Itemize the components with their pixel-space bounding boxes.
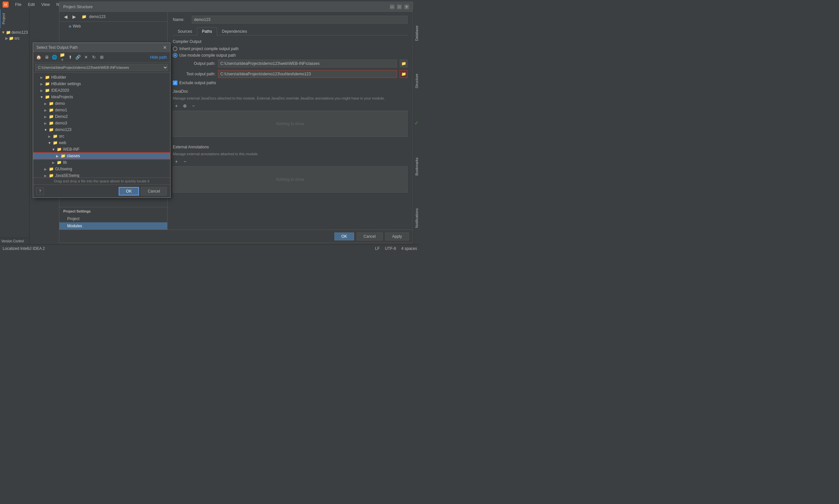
sp-expand-btn[interactable]: ⊞ (98, 54, 105, 61)
tree-item-web[interactable]: ◈ Web (59, 23, 167, 30)
output-path-browse-btn[interactable]: 📁 (400, 59, 408, 68)
structure-tab[interactable]: Structure (413, 71, 420, 91)
status-lf: LF (375, 246, 380, 251)
name-label: Name: (173, 17, 189, 22)
folder-icon-hbuilder-settings: 📁 (45, 82, 50, 86)
database-tab[interactable]: Database (413, 23, 420, 43)
javadoc-tools: + ⊕ − (173, 102, 408, 109)
status-encoding: UTF-8 (385, 246, 396, 251)
dialog-controls: — □ ✕ (390, 4, 409, 9)
ft-item-javaseswing[interactable]: ▶ 📁 JavaSESwing (33, 172, 170, 178)
ft-item-hbuilder-settings[interactable]: ▶ 📁 HBuilder settings (33, 80, 170, 87)
folder-icon-demo3: 📁 (49, 121, 54, 125)
status-text: Localized IntelliJ IDEA 2 (3, 246, 45, 251)
folder-icon-demo2: 📁 (49, 114, 54, 119)
ps-nav-bar: ◀ ▶ 📁 demo123 (59, 12, 167, 22)
ext-annotations-title: External Annotations (173, 145, 408, 149)
ft-item-webinf[interactable]: ▼ 📁 WEB-INF (33, 146, 170, 152)
sp-action-btns: OK Cancel (119, 187, 167, 196)
ft-item-demo1[interactable]: ▶ 📁 demo1 (33, 107, 170, 113)
sp-help-btn[interactable]: ? (36, 188, 44, 195)
select-path-toolbar: 🏠 🖥 🌐 📁+ ⬆ 🔗 ✕ ↻ ⊞ Hide path (33, 52, 170, 62)
project-tree: ▼ 📁 demo123 ▶ 📁 src (0, 28, 29, 238)
radio-use-module[interactable] (173, 53, 177, 58)
ft-item-demo123[interactable]: ▼ 📁 demo123 (33, 126, 170, 133)
javadoc-add-child-btn[interactable]: ⊕ (181, 102, 189, 109)
tab-paths[interactable]: Paths (197, 28, 217, 35)
ps-apply-btn[interactable]: Apply (385, 233, 409, 240)
ft-item-demo2[interactable]: ▶ 📁 Demo2 (33, 113, 170, 120)
test-output-path-input[interactable] (218, 70, 397, 78)
sp-delete-btn[interactable]: ✕ (82, 54, 89, 61)
ps-settings-project[interactable]: Project (59, 215, 167, 222)
external-annotations-section: External Annotations Manage external ann… (173, 145, 408, 193)
sp-home-btn[interactable]: 🏠 (35, 54, 42, 61)
path-dropdown-row: C:\Users\a\IdeaProjects\demo123\web\WEB-… (33, 62, 170, 73)
radio-inherit[interactable] (173, 47, 177, 51)
exclude-output-label: Exclude output paths (179, 80, 216, 85)
tab-sources[interactable]: Sources (173, 28, 197, 35)
sp-link-btn[interactable]: 🔗 (74, 54, 82, 61)
radio-inherit-row: Inherit project compile output path (173, 47, 408, 51)
dialog-maximize-btn[interactable]: □ (397, 4, 401, 9)
output-path-row: Output path: 📁 (173, 59, 408, 68)
status-bar: Localized IntelliJ IDEA 2 LF UTF-8 4 spa… (0, 244, 420, 252)
menu-file[interactable]: File (13, 2, 24, 7)
radio-use-module-row: Use module compile output path (173, 53, 408, 58)
test-output-path-label: Test output path: (173, 72, 216, 76)
ft-item-lib[interactable]: ▶ 📁 lib (33, 159, 170, 166)
project-tab[interactable]: Project (0, 9, 29, 28)
javadoc-add-btn[interactable]: + (173, 102, 180, 109)
ext-annotations-add-btn[interactable]: + (173, 158, 180, 165)
bookmarks-tab[interactable]: Bookmarks (413, 155, 420, 178)
javadoc-remove-btn[interactable]: − (190, 102, 197, 109)
output-path-input[interactable] (218, 59, 397, 68)
menu-view[interactable]: View (39, 2, 52, 7)
select-path-bottom: ? OK Cancel (33, 184, 170, 197)
tree-item-demo123[interactable]: ▼ 📁 demo123 (1, 30, 29, 35)
nav-back-btn[interactable]: ◀ (62, 13, 69, 20)
demo123-label[interactable]: demo123 (89, 14, 106, 19)
ft-item-web[interactable]: ▼ 📁 web (33, 140, 170, 146)
notifications-tab[interactable]: Notifications (413, 206, 420, 231)
ft-item-guiswing[interactable]: ▶ 📁 GUIswing (33, 166, 170, 172)
hide-path-btn[interactable]: Hide path (149, 54, 168, 60)
ext-annotations-empty-text: Nothing to show (276, 177, 304, 182)
select-path-titlebar: Select Test Output Path ✕ (33, 43, 170, 52)
version-control-tab[interactable]: Version Control (0, 238, 29, 244)
sp-up-btn[interactable]: ⬆ (67, 54, 74, 61)
sp-cancel-btn[interactable]: Cancel (141, 187, 167, 196)
drag-hint: Drag and drop a file into the space abov… (33, 178, 170, 184)
select-path-close-btn[interactable]: ✕ (163, 45, 167, 50)
tree-item-src[interactable]: ▶ 📁 src (1, 35, 29, 41)
name-input[interactable] (192, 16, 408, 23)
ps-ok-btn[interactable]: OK (335, 233, 354, 240)
tab-dependencies[interactable]: Dependencies (217, 28, 252, 35)
ft-item-demo[interactable]: ▶ 📁 demo (33, 100, 170, 107)
folder-icon-demo: 📁 (49, 101, 54, 106)
sp-ok-btn[interactable]: OK (119, 187, 139, 196)
ft-item-ideaprojects[interactable]: ▼ 📁 IdeaProjects (33, 94, 170, 100)
ps-settings-modules[interactable]: Modules (59, 222, 167, 230)
dialog-close-btn[interactable]: ✕ (404, 4, 409, 9)
sp-desktop-btn[interactable]: 🖥 (43, 54, 50, 61)
test-output-path-browse-btn[interactable]: 📁 (400, 70, 408, 78)
folder-icon-hbuilder: 📁 (45, 75, 50, 79)
ext-annotations-remove-btn[interactable]: − (181, 158, 189, 165)
ft-item-src[interactable]: ▶ 📁 src (33, 133, 170, 140)
dialog-bottom-bar: OK Cancel Apply (59, 230, 413, 243)
nav-forward-btn[interactable]: ▶ (70, 13, 78, 20)
sp-globe-btn[interactable]: 🌐 (51, 54, 58, 61)
ft-item-hbuilder[interactable]: ▶ 📁 HBuilder (33, 74, 170, 80)
ft-item-demo3[interactable]: ▶ 📁 demo3 (33, 120, 170, 126)
path-dropdown[interactable]: C:\Users\a\IdeaProjects\demo123\web\WEB-… (35, 64, 168, 71)
sp-newfolder-btn[interactable]: 📁+ (59, 54, 66, 61)
ft-item-idea2020[interactable]: ▶ 📁 IDEA2020 (33, 87, 170, 94)
dialog-minimize-btn[interactable]: — (390, 4, 394, 9)
exclude-output-checkbox[interactable]: ✓ (173, 80, 177, 85)
ps-cancel-btn[interactable]: Cancel (357, 233, 383, 240)
sp-refresh-btn[interactable]: ↻ (90, 54, 97, 61)
menu-edit[interactable]: Edit (25, 2, 37, 7)
ft-item-classes[interactable]: ▶ 📁 classes (33, 152, 170, 159)
ext-annotations-description: Manage external annotations attached to … (173, 152, 408, 156)
